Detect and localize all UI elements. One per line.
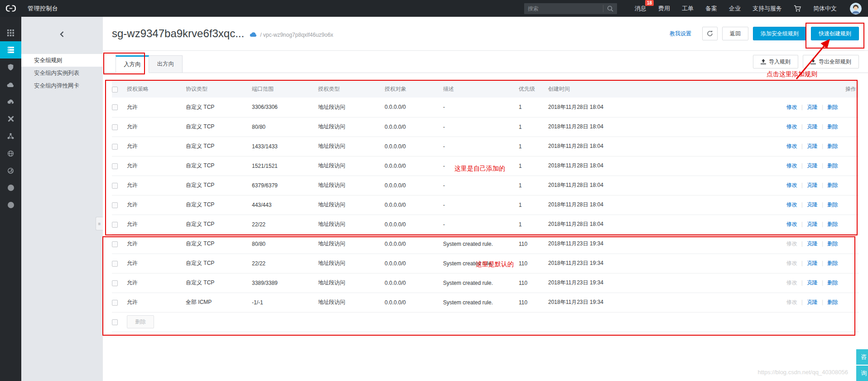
delete-link[interactable]: 删除 [827, 299, 838, 305]
clone-link[interactable]: 克隆 [807, 143, 818, 149]
modify-link[interactable]: 修改 [786, 123, 797, 130]
import-rules-button[interactable]: 导入规则 [753, 55, 798, 68]
main-content: sg-wz9347ba9krve6f3xqc... / vpc-wz9nog7p… [103, 17, 868, 381]
modify-link[interactable]: 修改 [786, 201, 797, 208]
cloud-icon[interactable] [0, 76, 21, 93]
delete-link[interactable]: 删除 [827, 279, 838, 286]
modify-link[interactable]: 修改 [786, 221, 797, 227]
modify-link[interactable]: 修改 [786, 104, 797, 110]
row-checkbox[interactable] [112, 241, 118, 247]
cell-priority: 1 [519, 117, 548, 137]
modify-link[interactable]: 修改 [786, 143, 797, 149]
cell-target: 0.0.0.0/0 [385, 234, 443, 254]
nodes-icon[interactable] [0, 127, 21, 145]
menu-messages[interactable]: 消息 18 [635, 5, 646, 13]
ecs-server-icon[interactable] [0, 41, 21, 59]
tab-outbound[interactable]: 出方向 [149, 55, 183, 73]
consult-tab-bottom[interactable]: 询 [856, 366, 868, 381]
globe-icon[interactable] [0, 145, 21, 162]
row-checkbox[interactable] [112, 202, 118, 208]
row-checkbox[interactable] [112, 183, 118, 189]
footer-select-checkbox[interactable] [112, 319, 118, 325]
cell-ports: 3306/3306 [252, 98, 318, 117]
aliyun-logo-icon[interactable] [0, 5, 21, 12]
delete-link[interactable]: 删除 [827, 143, 838, 149]
container-icon[interactable] [0, 162, 21, 179]
back-button[interactable]: 返回 [722, 27, 748, 40]
tab-inbound[interactable]: 入方向 [116, 55, 149, 73]
op-separator: | [822, 201, 823, 208]
delete-link[interactable]: 删除 [827, 162, 838, 169]
sidebar-item-instances-in-group[interactable]: 安全组内实例列表 [21, 67, 103, 79]
delete-link[interactable]: 删除 [827, 221, 838, 227]
op-separator: | [801, 221, 803, 227]
cell-auth-type: 地址段访问 [318, 195, 385, 215]
modify-link[interactable]: 修改 [786, 182, 797, 188]
cell-priority: 1 [519, 215, 548, 234]
select-all-checkbox[interactable] [112, 87, 118, 93]
clone-link[interactable]: 克隆 [807, 201, 818, 208]
cell-auth-type: 地址段访问 [318, 254, 385, 273]
dot-icon-2[interactable] [0, 196, 21, 214]
row-checkbox[interactable] [112, 280, 118, 286]
collapse-chevron-icon[interactable] [21, 24, 103, 44]
clone-link[interactable]: 克隆 [807, 240, 818, 247]
delete-link[interactable]: 删除 [827, 240, 838, 247]
message-count-badge: 18 [645, 0, 654, 6]
modify-link[interactable]: 修改 [786, 279, 797, 286]
cart-icon[interactable] [794, 5, 801, 12]
menu-icp[interactable]: 备案 [705, 5, 717, 13]
modify-link[interactable]: 修改 [786, 299, 797, 305]
cdn-cloud-icon[interactable] [0, 93, 21, 110]
delete-link[interactable]: 删除 [827, 201, 838, 208]
cell-target: 0.0.0.0/0 [385, 195, 443, 215]
dot-icon-1[interactable] [0, 179, 21, 196]
batch-delete-button[interactable]: 删除 [127, 315, 154, 328]
row-checkbox[interactable] [112, 163, 118, 169]
menu-tickets[interactable]: 工单 [682, 5, 694, 13]
clone-link[interactable]: 克隆 [807, 162, 818, 169]
teach-me-link[interactable]: 教我设置 [670, 30, 691, 38]
panel-resize-handle[interactable]: ≡ [96, 217, 103, 230]
row-checkbox[interactable] [112, 222, 118, 228]
menu-enterprise[interactable]: 企业 [729, 5, 741, 13]
modify-link[interactable]: 修改 [786, 260, 797, 266]
clone-link[interactable]: 克隆 [807, 260, 818, 266]
delete-link[interactable]: 删除 [827, 123, 838, 130]
delete-link[interactable]: 删除 [827, 104, 838, 110]
security-shield-icon[interactable] [0, 59, 21, 76]
quick-create-rule-button[interactable]: 快速创建规则 [811, 27, 859, 40]
clone-link[interactable]: 克隆 [807, 279, 818, 286]
sidebar-item-security-group-rules[interactable]: 安全组规则 [21, 54, 103, 67]
op-separator: | [801, 182, 803, 188]
sidebar-item-enis-in-group[interactable]: 安全组内弹性网卡 [21, 79, 103, 92]
row-checkbox[interactable] [112, 144, 118, 150]
cell-auth-type: 地址段访问 [318, 293, 385, 312]
delete-link[interactable]: 删除 [827, 182, 838, 188]
add-security-group-rule-button[interactable]: 添加安全组规则 [753, 27, 806, 40]
menu-language[interactable]: 简体中文 [813, 5, 837, 13]
row-checkbox[interactable] [112, 124, 118, 130]
apps-grid-icon[interactable] [0, 24, 21, 41]
avatar[interactable] [850, 3, 862, 15]
search-icon[interactable] [603, 5, 617, 12]
row-checkbox[interactable] [112, 261, 118, 267]
clone-link[interactable]: 克隆 [807, 123, 818, 130]
modify-link[interactable]: 修改 [786, 162, 797, 169]
menu-messages-label: 消息 [635, 5, 646, 12]
row-checkbox[interactable] [112, 300, 118, 306]
cross-icon[interactable] [0, 110, 21, 127]
menu-support[interactable]: 支持与服务 [752, 5, 782, 13]
clone-link[interactable]: 克隆 [807, 299, 818, 305]
export-all-rules-button[interactable]: 导出全部规则 [803, 55, 859, 68]
consult-tab-top[interactable]: 咨 [856, 349, 868, 365]
search-input[interactable] [524, 5, 603, 12]
clone-link[interactable]: 克隆 [807, 221, 818, 227]
refresh-button[interactable] [702, 27, 718, 40]
clone-link[interactable]: 克隆 [807, 182, 818, 188]
menu-billing[interactable]: 费用 [658, 5, 670, 13]
modify-link[interactable]: 修改 [786, 240, 797, 247]
delete-link[interactable]: 删除 [827, 260, 838, 266]
row-checkbox[interactable] [112, 104, 118, 110]
clone-link[interactable]: 克隆 [807, 104, 818, 110]
